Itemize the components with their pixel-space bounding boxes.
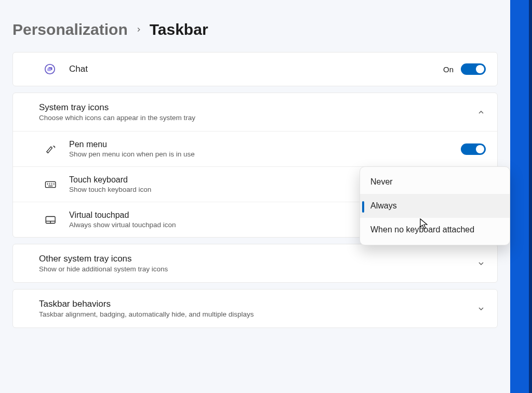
system-tray-title: System tray icons	[39, 102, 476, 113]
other-tray-title: Other system tray icons	[39, 254, 476, 264]
other-tray-expander[interactable]: Other system tray icons Show or hide add…	[13, 244, 497, 282]
system-tray-expander[interactable]: System tray icons Choose which icons can…	[13, 93, 497, 132]
pen-menu-subtitle: Show pen menu icon when pen is in use	[69, 150, 461, 158]
dropdown-option-always[interactable]: Always	[360, 194, 510, 218]
cursor-icon	[420, 218, 429, 232]
other-tray-card: Other system tray icons Show or hide add…	[12, 244, 498, 283]
settings-page: Personalization Taskbar Chat On	[0, 0, 510, 328]
page-title: Taskbar	[150, 21, 208, 38]
dropdown-option-when-no-keyboard[interactable]: When no keyboard attached	[360, 218, 510, 242]
chevron-up-icon	[476, 108, 486, 117]
touchpad-icon	[44, 214, 69, 226]
chevron-down-icon	[476, 259, 486, 268]
taskbar-behaviors-subtitle: Taskbar alignment, badging, automaticall…	[39, 310, 476, 318]
chat-toggle[interactable]	[461, 63, 486, 75]
svg-rect-2	[47, 68, 51, 71]
breadcrumb: Personalization Taskbar	[12, 21, 498, 38]
pen-icon	[44, 143, 69, 155]
chat-card: Chat On	[12, 52, 498, 86]
taskbar-behaviors-expander[interactable]: Taskbar behaviors Taskbar alignment, bad…	[13, 290, 497, 328]
system-tray-subtitle: Choose which icons can appear in the sys…	[39, 114, 476, 122]
chat-state-text: On	[443, 65, 454, 74]
chevron-down-icon	[476, 304, 486, 313]
other-tray-subtitle: Show or hide additional system tray icon…	[39, 265, 476, 273]
keyboard-icon	[44, 179, 69, 190]
window-edge-decoration	[510, 0, 532, 393]
taskbar-behaviors-title: Taskbar behaviors	[39, 299, 476, 309]
touch-keyboard-dropdown: Never Always When no keyboard attached	[360, 166, 510, 245]
chat-icon	[44, 63, 69, 75]
taskbar-behaviors-card: Taskbar behaviors Taskbar alignment, bad…	[12, 289, 498, 328]
dropdown-option-never[interactable]: Never	[360, 170, 510, 194]
chat-label: Chat	[69, 64, 443, 74]
pen-menu-toggle[interactable]	[461, 143, 486, 155]
chevron-right-icon	[135, 23, 142, 36]
pen-menu-title: Pen menu	[69, 140, 461, 149]
breadcrumb-parent[interactable]: Personalization	[12, 21, 128, 38]
chat-row: Chat On	[13, 53, 497, 86]
pen-menu-row: Pen menu Show pen menu icon when pen is …	[13, 132, 497, 166]
